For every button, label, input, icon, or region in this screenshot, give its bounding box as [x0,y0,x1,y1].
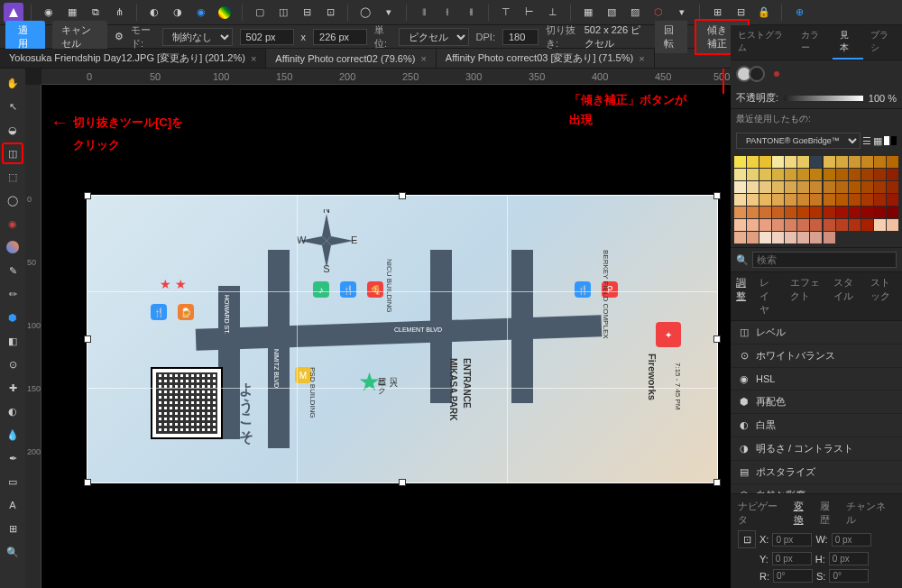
brush-tool[interactable]: ✎ [2,260,23,281]
adj-tab[interactable]: 調整 [731,272,754,320]
close-icon[interactable]: × [251,53,256,64]
quickmask-icon[interactable]: ▾ [379,3,399,23]
adjustment-item[interactable]: ⬡自然な彩度 [731,484,902,493]
align6-icon[interactable]: ⊥ [543,3,563,23]
select2-icon[interactable]: ◫ [273,3,293,23]
swatch[interactable] [810,156,822,168]
swatch[interactable] [785,156,796,168]
swatch[interactable] [759,169,771,180]
document-tab[interactable]: Affinity Photo correct02 (79.6%)× [266,49,437,68]
heal-tool[interactable]: ✚ [2,377,23,399]
anchor-icon[interactable]: ⊡ [738,530,756,548]
swatch[interactable] [772,232,784,243]
arrange1-icon[interactable]: ▦ [578,3,598,23]
grid-icon[interactable]: ▦ [873,135,882,147]
erase-tool[interactable]: ◧ [2,330,23,352]
panel-tab[interactable]: ブラシ [863,25,902,60]
height-input[interactable] [313,29,367,45]
swatch[interactable] [836,207,848,218]
mask-icon[interactable]: ◯ [355,3,375,23]
swatch[interactable] [824,232,835,243]
adjust1-icon[interactable]: ◐ [144,3,164,23]
panel-tab[interactable]: ヒストグラム [731,25,794,60]
swatch[interactable] [836,219,848,231]
crop-handle[interactable] [713,192,721,199]
swatch[interactable] [747,194,759,206]
y-input[interactable] [772,552,812,565]
r-input[interactable] [773,569,813,583]
close-icon[interactable]: × [420,53,426,64]
hand-tool[interactable]: ✋ [2,72,23,94]
adj-tab[interactable]: ストック [865,272,902,320]
adjustment-item[interactable]: ▤ポスタライズ [731,461,902,484]
swatch[interactable] [785,232,796,243]
swatch[interactable] [824,194,835,206]
x-input[interactable] [772,533,812,547]
swatch[interactable] [836,156,848,168]
swatch[interactable] [836,194,848,206]
swatch[interactable] [797,181,809,193]
viewport[interactable]: ← 切り抜きツール[C]を クリック 「傾き補正」ボタンが 出現 NSWE 🍴 … [41,85,731,588]
align5-icon[interactable]: ⊢ [520,3,539,23]
crop-handle[interactable] [399,192,406,199]
adjustment-item[interactable]: ⬢再配色 [731,390,902,414]
crop-region[interactable]: NSWE 🍴 🍺 ♪ 🍴 🍕 M P 🍴 ✦ ★ ★ ★ よ [87,195,718,483]
swatch[interactable] [797,232,809,243]
swatch[interactable] [849,194,861,206]
swatch[interactable] [734,181,746,193]
swatch[interactable] [861,156,873,168]
clone-tool[interactable]: ⊙ [2,354,23,375]
swatch[interactable] [785,169,796,180]
align2-icon[interactable]: ⫲ [437,3,457,23]
swatch[interactable] [785,194,796,206]
swatch[interactable] [887,169,898,180]
crop-handle[interactable] [713,479,721,486]
swatch[interactable] [824,169,835,180]
dodge-tool[interactable]: ◐ [2,400,23,422]
swatch[interactable] [887,156,898,168]
palette-select[interactable]: PANTONE® GoeBridge™ [736,133,861,149]
swatch[interactable] [772,181,784,193]
swatch[interactable] [785,219,796,231]
gradient-tool[interactable] [2,236,23,258]
swatch[interactable] [759,232,771,243]
arrange3-icon[interactable]: ▨ [625,3,645,23]
shape-tool[interactable]: ▭ [2,471,23,492]
adjust2-icon[interactable]: ◑ [168,3,188,23]
arrange2-icon[interactable]: ▧ [602,3,621,23]
swatch[interactable] [836,181,848,193]
lock-icon[interactable]: 🔒 [754,3,774,23]
blur-tool[interactable]: 💧 [2,424,23,446]
crop-handle[interactable] [713,335,721,343]
swatch[interactable] [810,194,822,206]
adjustment-item[interactable]: ⊙ホワイトバランス [731,345,902,368]
swatch[interactable] [849,219,861,231]
swatch[interactable] [734,207,746,218]
crop-handle[interactable] [84,479,91,486]
swatch[interactable] [849,207,861,218]
color-picker-tool[interactable]: ◒ [2,119,23,141]
swatch[interactable] [810,219,822,231]
bg-color[interactable] [749,66,765,82]
swatch[interactable] [887,207,898,218]
align3-icon[interactable]: ⫵ [461,3,481,23]
trans-tab[interactable]: ナビゲータ [738,500,787,527]
dpi-input[interactable] [502,29,538,45]
select4-icon[interactable]: ⊡ [320,3,340,23]
swatch[interactable] [759,194,771,206]
share-icon[interactable]: ⋔ [109,3,129,23]
swatch[interactable] [747,219,759,231]
swatch[interactable] [734,156,746,168]
swatch[interactable] [887,181,898,193]
swatch[interactable] [874,207,886,218]
text-tool[interactable]: A [2,494,23,516]
color-chip[interactable] [891,136,897,145]
swatch[interactable] [874,169,886,180]
adjustment-item[interactable]: ◫レベル [731,321,902,345]
pen-tool[interactable]: ✒ [2,447,23,469]
crop-tool[interactable]: ◫ [2,142,23,164]
lasso-tool[interactable]: ◯ [2,189,23,211]
color-chip[interactable] [884,136,889,145]
swatch[interactable] [785,207,796,218]
arrange5-icon[interactable]: ▾ [672,3,692,23]
